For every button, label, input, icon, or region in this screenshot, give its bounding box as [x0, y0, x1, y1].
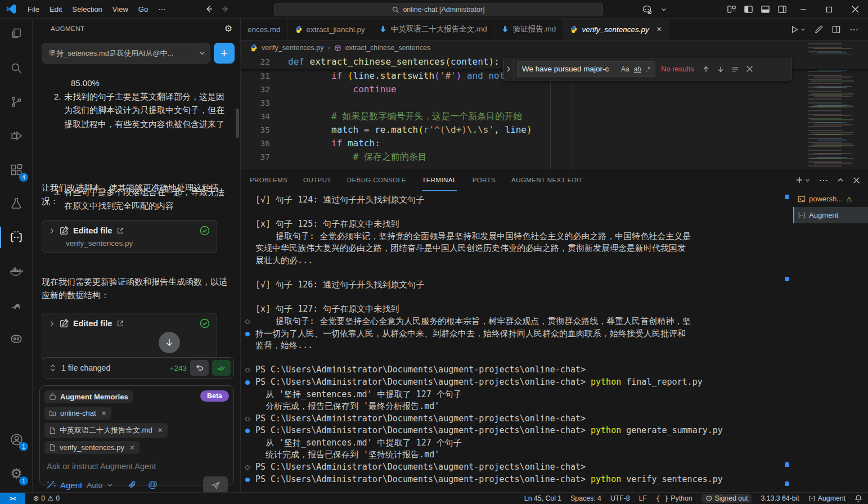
- kangaroo-icon[interactable]: [0, 291, 33, 319]
- agent-input-placeholder[interactable]: Ask or instruct Augment Agent: [47, 462, 229, 471]
- docker-icon[interactable]: [0, 257, 33, 285]
- encoding[interactable]: UTF-8: [610, 494, 630, 502]
- find-previous-icon[interactable]: [702, 65, 710, 73]
- menu-view[interactable]: View: [107, 3, 133, 16]
- code-line-35[interactable]: 35 match = re.match(r'^(\d+)\.\s', line): [241, 123, 868, 137]
- breadcrumb[interactable]: verify_sentences.py › extract_chinese_se…: [241, 40, 868, 55]
- new-terminal-button[interactable]: [795, 176, 810, 184]
- code-line-34[interactable]: 34 # 如果是数字编号开头，这是一个新条目的开始: [241, 110, 868, 123]
- copilot-icon[interactable]: [638, 2, 655, 17]
- panel-tab-debug-console[interactable]: DEBUG CONSOLE: [347, 169, 407, 191]
- edited-file-card-1[interactable]: Edited file verify_sentences.py: [42, 220, 217, 253]
- panel-tab-augment-next-edit[interactable]: AUGMENT NEXT EDIT: [511, 169, 583, 191]
- expand-collapse-icon[interactable]: [50, 364, 56, 372]
- code-line-37[interactable]: 37 # 保存之前的条目: [241, 150, 868, 164]
- settings-gear-icon[interactable]: ⚙1: [0, 460, 33, 488]
- agent-auto-label[interactable]: Auto: [87, 481, 102, 489]
- context-dropdown[interactable]: 坚持_setences.md是我使用AI从@中...: [42, 43, 210, 64]
- cursor-position[interactable]: Ln 45, Col 1: [524, 494, 561, 502]
- open-external-icon[interactable]: [116, 320, 124, 327]
- code-line-36[interactable]: 36 if match:: [241, 137, 868, 150]
- chevron-down-icon[interactable]: [107, 482, 113, 488]
- eol[interactable]: LF: [639, 494, 647, 502]
- customize-layout-icon[interactable]: [723, 2, 740, 17]
- terminal-item-powersh[interactable]: powersh...⚠: [793, 191, 868, 207]
- code-line-33[interactable]: 33: [241, 96, 868, 110]
- tab-verify_sentences.py[interactable]: verify_sentences.py✕: [563, 19, 669, 40]
- close-button[interactable]: [842, 0, 868, 19]
- regex-toggle[interactable]: .*: [644, 64, 653, 74]
- find-in-selection-icon[interactable]: [731, 65, 739, 73]
- menu-file[interactable]: File: [23, 3, 44, 16]
- find-input[interactable]: We have pursued major-c Aa ab .*: [517, 61, 655, 77]
- scroll-to-bottom-button[interactable]: [159, 332, 180, 353]
- panel-tab-problems[interactable]: PROBLEMS: [250, 169, 287, 191]
- copilot-signed-out[interactable]: Signed out: [701, 494, 752, 503]
- memories-chip[interactable]: Augment Memories: [44, 390, 133, 403]
- bell-icon[interactable]: [854, 494, 862, 502]
- tab-中英双语二十大报告全文.md[interactable]: 中英双语二十大报告全文.md: [372, 19, 494, 40]
- panel-close-icon[interactable]: [853, 177, 860, 184]
- explorer-icon[interactable]: [0, 20, 33, 48]
- extensions-icon[interactable]: 4: [0, 156, 33, 184]
- accept-all-button[interactable]: [212, 360, 231, 376]
- new-chat-button[interactable]: +: [214, 43, 235, 64]
- next-edit-pencil-icon[interactable]: [815, 25, 823, 34]
- problems-status[interactable]: ⊗0 ⚠0: [33, 494, 60, 502]
- breadcrumb-symbol[interactable]: extract_chinese_sentences: [345, 44, 430, 52]
- toggle-panel-icon[interactable]: [757, 2, 773, 17]
- panel-more-icon[interactable]: ⋯: [819, 175, 828, 186]
- menu-selection[interactable]: Selection: [67, 3, 107, 16]
- find-close-icon[interactable]: [746, 65, 753, 73]
- augment-status[interactable]: Augment: [808, 494, 845, 502]
- match-case-toggle[interactable]: Aa: [619, 64, 632, 74]
- python-version[interactable]: 3.13.3 64-bit: [761, 494, 799, 502]
- menu-go[interactable]: Go: [133, 3, 153, 16]
- accounts-icon[interactable]: 1: [0, 425, 33, 453]
- chevron-right-icon[interactable]: [49, 321, 55, 327]
- open-external-icon[interactable]: [116, 227, 124, 235]
- terminal-output[interactable]: [√] 句子 124: 通过句子开头找到原文句子[x] 句子 125: 句子在原…: [241, 191, 785, 492]
- chevron-right-icon[interactable]: [49, 228, 55, 234]
- testing-icon[interactable]: [0, 190, 33, 218]
- run-button[interactable]: [790, 25, 806, 34]
- augment-icon[interactable]: [0, 223, 33, 251]
- sidebar-scrollbar[interactable]: [236, 109, 239, 138]
- robot-icon[interactable]: [0, 325, 33, 353]
- panel-maximize-icon[interactable]: [837, 177, 844, 183]
- context-chip-中英双语二十大报告全文.md[interactable]: 中英双语二十大报告全文.md✕: [44, 423, 168, 438]
- panel-tab-terminal[interactable]: TERMINAL: [422, 169, 456, 191]
- terminal-item-Augment[interactable]: Augment: [793, 207, 868, 223]
- tab-extract_jianchi.py[interactable]: extract_jianchi.py: [288, 19, 372, 40]
- more-actions-icon[interactable]: ⋯: [849, 24, 859, 35]
- attach-icon[interactable]: [128, 480, 138, 490]
- toggle-sidebar-icon[interactable]: [740, 2, 757, 17]
- whole-word-toggle[interactable]: ab: [632, 64, 644, 74]
- maximize-button[interactable]: [816, 0, 842, 19]
- find-collapse-icon[interactable]: [504, 58, 514, 80]
- sidebar-gear-icon[interactable]: ⚙: [224, 23, 232, 34]
- agent-input-panel[interactable]: Beta Augment Memories online-chat✕中英双语二十…: [39, 385, 234, 485]
- chip-close-icon[interactable]: ✕: [129, 444, 135, 452]
- minimize-button[interactable]: [790, 0, 816, 19]
- run-debug-icon[interactable]: [0, 122, 33, 150]
- agent-mode-label[interactable]: Agent: [60, 480, 82, 490]
- tab-ences.md[interactable]: ences.md: [241, 19, 288, 40]
- remote-indicator[interactable]: ><: [0, 493, 25, 504]
- edited-file-card-2[interactable]: Edited file: [42, 313, 217, 361]
- send-button[interactable]: [203, 476, 228, 493]
- indentation[interactable]: Spaces: 4: [570, 494, 601, 502]
- chevron-down-icon[interactable]: [655, 2, 672, 17]
- context-chip-online-chat[interactable]: online-chat✕: [44, 407, 111, 420]
- language-mode[interactable]: { } Python: [656, 494, 692, 502]
- command-center-search[interactable]: online-chat [Administrator]: [274, 3, 603, 16]
- source-control-icon[interactable]: [0, 88, 33, 116]
- forward-arrow-icon[interactable]: [221, 4, 230, 14]
- breadcrumb-file[interactable]: verify_sentences.py: [262, 44, 323, 52]
- back-arrow-icon[interactable]: [204, 4, 213, 14]
- panel-tab-ports[interactable]: PORTS: [473, 169, 496, 191]
- mention-icon[interactable]: @: [148, 479, 158, 490]
- undo-button[interactable]: [190, 360, 209, 376]
- tab-close-icon[interactable]: ✕: [656, 25, 662, 33]
- context-chip-verify_sentences.py[interactable]: verify_sentences.py✕: [44, 441, 140, 454]
